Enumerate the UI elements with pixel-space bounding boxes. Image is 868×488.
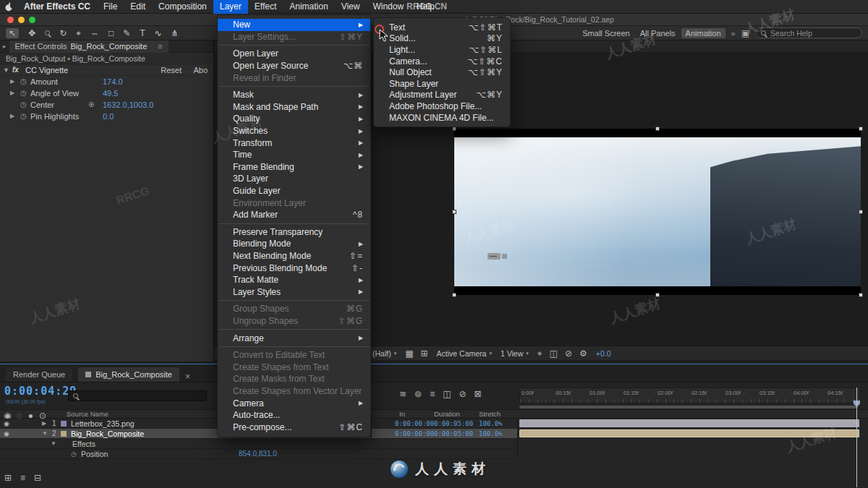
stopwatch-icon[interactable]: ◷ — [71, 449, 77, 459]
layer-menu-frame-blending[interactable]: Frame Blending▶ — [218, 161, 370, 174]
menubar-item-animation[interactable]: Animation — [283, 0, 334, 14]
minimize-window-button[interactable] — [18, 17, 25, 23]
workspace-animation[interactable]: Animation — [681, 28, 726, 38]
layer-menu-switches[interactable]: Switches▶ — [218, 125, 370, 137]
selection-handle[interactable] — [859, 210, 863, 214]
motion-blur-enable-icon[interactable]: ⊘ — [459, 389, 466, 399]
effects-group-row[interactable]: ▼Effects — [0, 439, 868, 449]
motion-blur-icon[interactable]: ⊘ — [565, 348, 572, 359]
type-tool[interactable]: T — [140, 28, 145, 38]
visibility-eye-icon[interactable]: ◉ — [4, 429, 9, 439]
apple-menu[interactable] — [0, 2, 17, 12]
draft-3d-icon[interactable]: ⊚ — [414, 389, 422, 399]
camera-tool[interactable]: ⌖ — [76, 28, 81, 38]
property-value[interactable]: 0.0 — [103, 111, 114, 122]
workspace-small-screen[interactable]: Small Screen — [578, 28, 634, 38]
settings-gear-icon[interactable]: ⚙ — [579, 348, 587, 359]
layer-anchor-widget[interactable] — [488, 253, 501, 260]
time-ruler[interactable]: 0:00f00:15f01:00f01:15f02:00f02:15f03:00… — [519, 388, 861, 403]
puppet-tool[interactable]: ⋔ — [171, 28, 179, 38]
position-value[interactable]: 854.0,831.0 — [239, 449, 277, 459]
close-window-button[interactable] — [7, 17, 14, 23]
selection-handle[interactable] — [452, 210, 456, 214]
layer-menu-layer-styles[interactable]: Layer Styles▶ — [218, 286, 370, 298]
stopwatch-icon[interactable]: ◷ — [20, 99, 27, 111]
selection-handle[interactable] — [655, 127, 660, 131]
menubar-item-view[interactable]: View — [335, 0, 367, 14]
layer-menu-time[interactable]: Time▶ — [218, 149, 370, 161]
layer-menu-mask-and-shape-path[interactable]: Mask and Shape Path▶ — [218, 101, 370, 114]
twirl-icon[interactable]: ▶ — [10, 87, 14, 99]
layer-menu-next-blending-mode[interactable]: Next Blending Mode⇧= — [218, 250, 370, 262]
layer-color-chip[interactable] — [61, 421, 67, 427]
stopwatch-icon[interactable]: ◷ — [20, 87, 27, 99]
new-submenu-light[interactable]: Light...⌥⇧⌘L — [374, 44, 510, 56]
hand-tool[interactable]: ✥ — [28, 28, 35, 38]
menubar-item-effect[interactable]: Effect — [248, 0, 283, 14]
column-source-name[interactable]: Source Name — [67, 410, 109, 418]
layer-menu-open-layer[interactable]: Open Layer — [218, 48, 370, 60]
menubar-item-composition[interactable]: Composition — [152, 0, 213, 14]
layer-menu-track-matte[interactable]: Track Matte▶ — [218, 274, 370, 286]
mask-visibility-icon[interactable]: ◫ — [550, 348, 558, 359]
position-property-row[interactable]: ◷Position854.0,831.0 — [0, 449, 868, 459]
selection-tool[interactable]: ↖ — [6, 28, 19, 38]
new-submenu-maxon-cinema-4d-file[interactable]: MAXON CINEMA 4D File... — [374, 112, 510, 124]
tab-effect-controls[interactable]: Effect Controls Big_Rock_Composite ≡ — [9, 40, 169, 53]
transfer-controls-icon[interactable]: ≡ — [20, 473, 25, 483]
twirl-icon[interactable]: ▶ — [10, 76, 14, 87]
layer-menu-auto-trace[interactable]: Auto-trace... — [218, 409, 370, 421]
timeline-search-box[interactable] — [68, 390, 207, 401]
exposure-value[interactable]: +0.0 — [596, 349, 611, 358]
work-area-bar[interactable] — [519, 406, 858, 408]
layer-color-chip[interactable] — [61, 431, 67, 437]
close-tab-icon[interactable]: × — [185, 372, 190, 382]
magnification-dropdown[interactable]: (Half) ▾ — [373, 349, 396, 358]
tab-render-queue[interactable]: Render Queue — [6, 367, 72, 382]
menubar-item-help[interactable]: Help — [410, 0, 441, 14]
comp-mini-flowchart-icon[interactable]: ≋ — [399, 389, 407, 399]
zoom-tool[interactable] — [45, 30, 50, 35]
zoom-window-button[interactable] — [29, 17, 35, 23]
property-value[interactable]: 49.5 — [103, 87, 118, 99]
menubar-item-window[interactable]: Window — [366, 0, 410, 14]
brush-tool[interactable]: ∿ — [155, 28, 162, 38]
selection-handle[interactable] — [452, 293, 456, 297]
transparency-grid-icon[interactable]: ⊞ — [421, 348, 428, 359]
menubar-item-edit[interactable]: Edit — [124, 0, 152, 14]
tab-composition-timeline[interactable]: Big_Rock_Composite — [78, 367, 179, 382]
layer-menu-pre-compose[interactable]: Pre-compose...⇧⌘C — [218, 421, 370, 433]
camera-dropdown[interactable]: Active Camera ▾ — [437, 349, 492, 358]
pen-tool[interactable]: ✎ — [123, 28, 130, 38]
visibility-eye-icon[interactable]: ◉ — [4, 419, 9, 429]
new-submenu-adobe-photoshop-file[interactable]: Adobe Photoshop File... — [374, 100, 510, 112]
layer-menu-3d-layer[interactable]: 3D Layer — [218, 173, 370, 185]
shape-tool[interactable]: □ — [109, 28, 114, 38]
workspace-overflow-icon[interactable]: » — [731, 29, 736, 38]
new-submenu-null-object[interactable]: Null Object⌥⇧⌘Y — [374, 67, 510, 78]
layer-menu-guide-layer[interactable]: Guide Layer — [218, 185, 370, 197]
in-out-columns-icon[interactable]: ⊟ — [34, 473, 41, 483]
hide-shy-layers-icon[interactable]: ≡ — [430, 389, 435, 399]
layer-name[interactable]: Letterbox_235.png — [71, 419, 135, 429]
new-submenu-text[interactable]: Text⌥⇧⌘T — [374, 22, 510, 33]
layer-menu-camera[interactable]: Camera▶ — [218, 397, 370, 409]
property-value[interactable]: 1632.0,1003.0 — [103, 99, 153, 111]
layer-menu-open-layer-source[interactable]: Open Layer Source⌥⌘ — [218, 60, 370, 72]
menubar-item-file[interactable]: File — [97, 0, 124, 14]
layer-twirl-icon[interactable]: ▶ — [42, 419, 46, 429]
current-time-display[interactable]: 0:00:04:29 — [4, 385, 77, 398]
twirl-icon[interactable]: ▶ — [10, 111, 14, 122]
stopwatch-icon[interactable]: ◷ — [20, 111, 27, 122]
graph-editor-icon[interactable]: ⊠ — [475, 389, 482, 399]
reset-button[interactable]: Reset — [161, 64, 182, 76]
column-stretch[interactable]: Stretch — [479, 410, 501, 418]
about-link[interactable]: Abo — [193, 64, 208, 76]
view-layout-dropdown[interactable]: 1 View ▾ — [501, 349, 529, 358]
guides-icon[interactable]: ⌖ — [537, 348, 542, 359]
layer-row-letterbox-235-png[interactable]: ◉▶1Letterbox_235.pngNormal▾None▾None▾0:0… — [0, 419, 868, 429]
search-help-box[interactable]: Search Help — [755, 27, 862, 38]
panel-chevron-icon[interactable]: ▸ — [0, 43, 9, 50]
layer-menu-previous-blending-mode[interactable]: Previous Blending Mode⇧- — [218, 262, 370, 274]
column-in[interactable]: In — [399, 410, 405, 418]
